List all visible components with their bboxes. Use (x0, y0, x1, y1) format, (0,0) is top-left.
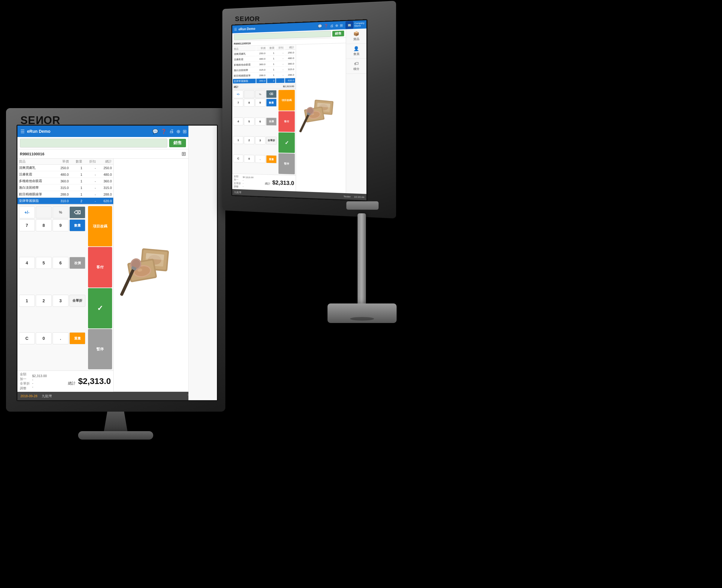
left-stand-neck (104, 412, 128, 433)
r-btn-2[interactable]: 2 (244, 136, 254, 144)
main-area: 銷售 R9901100016 ⊞ (17, 137, 217, 392)
r-sidebar-members[interactable]: 👤 會員 (346, 44, 366, 59)
right-help-icon[interactable]: ❓ (324, 24, 328, 28)
r-table-row[interactable]: 皇牌華麗胭脂350.02-620.0 (233, 78, 295, 84)
menu-icon[interactable]: ☰ (20, 129, 25, 134)
r-weight[interactable]: 重量 (266, 155, 276, 164)
r-clear[interactable]: C (233, 155, 243, 163)
r-dot[interactable]: . (255, 155, 266, 163)
pause-btn[interactable]: 暫停 (88, 329, 112, 369)
b-btn[interactable]: ⌫ (69, 206, 85, 218)
modify-btn[interactable]: 項目改碼 (88, 206, 112, 246)
btn-1[interactable]: 1 (19, 295, 35, 307)
print-icon[interactable]: 🖨 (169, 129, 174, 134)
r-change-btn[interactable]: 改價 (266, 118, 276, 126)
item-name: 激白淡斑精華 (17, 185, 55, 191)
r-back[interactable]: ⌫ (266, 90, 276, 98)
item-total: 620.0 (97, 198, 113, 204)
r-pct[interactable]: % (255, 90, 266, 98)
r-table-row[interactable]: 活膚夜霜480.01-480.0 (233, 56, 295, 62)
pct-col1-btn[interactable] (36, 206, 52, 218)
item-qty: 2 (70, 198, 84, 204)
right-print-icon[interactable]: 🖨 (330, 24, 334, 28)
r-pause-btn[interactable]: 暫停 (278, 153, 295, 174)
right-menu-icon[interactable]: ☰ (234, 27, 237, 31)
sales-button[interactable]: 銷售 (169, 139, 186, 147)
right-toolbar-title: eRun Demo (238, 27, 255, 30)
help-icon[interactable]: ❓ (161, 129, 167, 134)
table-row[interactable]: 皇牌華麗胭脂 310.0 2 - 620.0 (17, 198, 113, 204)
cosmetics-image (118, 244, 184, 307)
btn-9[interactable]: 9 (52, 219, 68, 231)
pay-btn[interactable]: 客付 (88, 247, 112, 287)
btn-0[interactable]: 0 (36, 332, 52, 344)
btn-4[interactable]: 4 (19, 257, 35, 269)
table-row[interactable]: 活膚夜霜 480.0 1 - 480.0 (17, 171, 113, 178)
qty-btn[interactable]: 數量 (69, 219, 85, 231)
right-plus-icon[interactable]: ⊕ (335, 23, 338, 28)
weight-btn[interactable]: 重量 (69, 332, 85, 344)
btn-7[interactable]: 7 (19, 219, 35, 231)
clear-btn[interactable]: C (19, 332, 35, 344)
item-disc: - (84, 191, 97, 198)
page: SENOR ☰ eRun Demo 💬 ❓ 🖨 ⊕ ⊞ 🏢 (0, 0, 722, 588)
change-price-btn[interactable]: 改價 (69, 257, 85, 269)
r-btn-5[interactable]: 5 (244, 118, 254, 125)
right-action-buttons: 項目改碼 客付 ✓ 暫停 (278, 89, 296, 175)
right-grid-icon[interactable]: ⊞ (340, 23, 343, 27)
r-table-row[interactable]: 多種維他命眼霜360.01-360.0 (233, 61, 295, 68)
right-sales-btn[interactable]: 銷售 (332, 30, 344, 37)
r-pay-btn[interactable]: 客付 (278, 111, 295, 132)
btn-5[interactable]: 5 (36, 257, 52, 269)
r-modify-btn[interactable]: 項目改碼 (278, 90, 295, 110)
r-members-label: 會員 (353, 52, 359, 56)
toolbar-title: eRun Demo (27, 129, 50, 134)
r-full-disc[interactable]: 全單折 (266, 136, 276, 145)
table-row[interactable]: 激白淡斑精華 315.0 1 - 315.0 (17, 185, 113, 191)
right-screen: ☰ eRun Demo 💬 ❓ 🖨 ⊕ ⊞ 🏢 Company Mame (231, 19, 367, 201)
table-row[interactable]: 銳目精緻眼線筆 288.0 1 - 288.0 (17, 191, 113, 198)
right-cosmetics-image (298, 97, 343, 140)
full-disc-btn[interactable]: 全單折 (69, 295, 85, 307)
r-plus-minus[interactable]: +/- (233, 90, 243, 98)
r-btn-9[interactable]: 9 (255, 99, 266, 106)
table-row[interactable]: 多種維他命眼霜 360.0 1 - 360.0 (17, 178, 113, 185)
chat-icon[interactable]: 💬 (152, 129, 158, 134)
r-btn-1[interactable]: 1 (233, 136, 243, 144)
grid-view-btn[interactable]: ⊞ (182, 150, 186, 157)
r-table-row[interactable]: 銳目精緻眼線筆288.01-288.0 (233, 72, 295, 79)
right-chat-icon[interactable]: 💬 (318, 24, 322, 28)
confirm-btn[interactable]: ✓ (88, 288, 112, 329)
footer-amounts: $2,313.00 - - - (32, 374, 47, 388)
pct-label-btn[interactable]: % (52, 206, 68, 218)
search-input[interactable] (20, 139, 167, 148)
r-sidebar-points[interactable]: 🏷 積分 (346, 59, 366, 74)
r-btn-8[interactable]: 8 (244, 99, 254, 107)
right-items-table: 貨品 單價 數量 折扣 總計 (232, 45, 296, 84)
item-disc: - (84, 185, 97, 191)
r-table-row[interactable]: 激白淡斑精華315.01-315.0 (233, 67, 295, 73)
r-btn-3[interactable]: 3 (255, 136, 266, 145)
item-disc: - (84, 171, 97, 178)
right-numpad: +/- % ⌫ 7 8 9 數量 4 5 (232, 89, 278, 175)
plus-minus-btn[interactable]: +/- (19, 206, 35, 218)
btn-3[interactable]: 3 (52, 295, 68, 307)
r-confirm-btn[interactable]: ✓ (278, 132, 295, 153)
dot-btn[interactable]: . (52, 332, 68, 344)
r-amount-label: 金額 (234, 174, 241, 178)
grid-icon[interactable]: ⊞ (183, 129, 187, 134)
btn-6[interactable]: 6 (52, 257, 68, 269)
r-adj-label: 調整 (234, 185, 241, 188)
table-row[interactable]: 清爽潤膚乳 250.0 1 - 250.0 (17, 165, 113, 171)
r-sidebar-products[interactable]: 📦 貨品 (346, 28, 366, 44)
col-total: 總計 (97, 159, 113, 165)
r-btn-7[interactable]: 7 (233, 99, 243, 107)
r-btn-0[interactable]: 0 (244, 155, 254, 163)
plus-icon[interactable]: ⊕ (176, 129, 180, 134)
btn-8[interactable]: 8 (36, 219, 52, 231)
r-qty-btn[interactable]: 數量 (266, 99, 276, 107)
r-btn-6[interactable]: 6 (255, 118, 266, 126)
r-btn-4[interactable]: 4 (233, 118, 243, 125)
item-disc: - (84, 178, 97, 185)
btn-2[interactable]: 2 (36, 295, 52, 307)
